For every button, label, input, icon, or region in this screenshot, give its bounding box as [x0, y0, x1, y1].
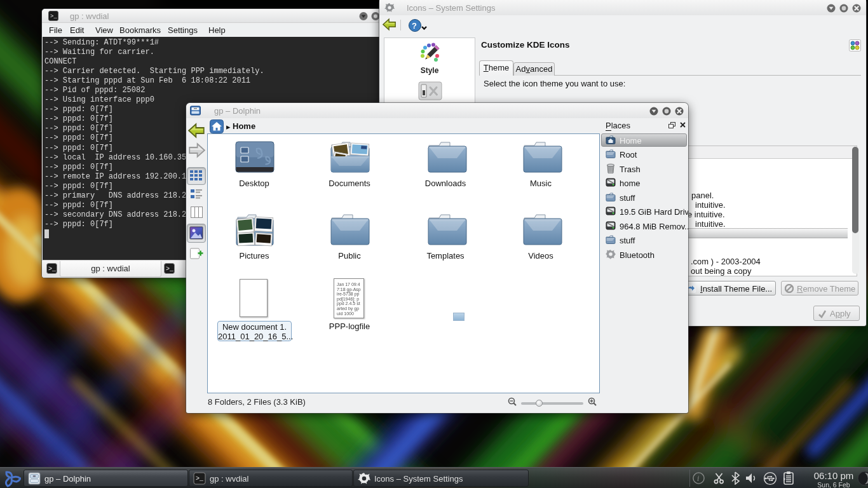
svg-text:>_: >_ [48, 266, 57, 273]
svg-text:i: i [697, 474, 699, 483]
svg-text:>_: >_ [196, 475, 204, 482]
svg-text:>_: >_ [50, 13, 57, 20]
svg-text:>_: >_ [166, 266, 174, 273]
svg-text:?: ? [412, 21, 417, 30]
